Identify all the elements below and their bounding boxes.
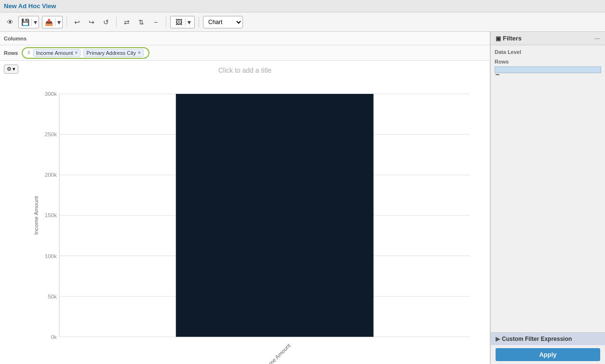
svg-text:50k: 50k [48,294,57,299]
eye-icon[interactable]: 👁 [4,16,16,28]
data-level-label: Data Level [495,49,601,55]
custom-filter-header[interactable]: ▶ Custom Filter Expression [496,336,600,342]
save-icon[interactable]: 💾 [19,16,31,28]
page-title: New Ad Hoc View [4,2,56,10]
rows-container: Rows # Income Amount × Primary Address C… [0,45,490,61]
rows-filter-bar[interactable] [495,66,601,73]
view-select[interactable]: Chart Table Crosstab [203,16,243,28]
svg-text:150k: 150k [45,213,57,219]
svg-text:Income Amount: Income Amount [33,195,39,234]
svg-text:300k: 300k [45,91,57,97]
columns-label: Columns [4,36,27,41]
expand-icon: ▶ [496,336,500,342]
primary-address-close[interactable]: × [138,50,141,55]
filters-content: Data Level Rows [491,45,605,193]
filters-title: ▣ Filters [496,35,522,42]
filter-icon: ▣ [496,35,501,42]
gear-dropdown-icon: ▾ [13,66,15,72]
columns-row: Columns [0,32,490,45]
image-icon[interactable]: 🖼 [173,16,185,28]
chart-title-text: Click to add a title [218,66,272,74]
rows-filter-label: Rows [495,59,601,65]
minimize-icon[interactable]: — [594,35,600,42]
export-dropdown-icon[interactable]: ▾ [55,16,62,28]
export-icon[interactable]: 📤 [42,16,55,28]
income-amount-tag[interactable]: Income Amount × [33,49,81,57]
main-layout: Columns Rows # Income Amount × Primary A… [0,32,605,364]
spacer [491,193,605,332]
redo-icon[interactable]: ↪ [85,16,98,28]
switch-icon[interactable]: ⇄ [121,16,133,28]
svg-text:Income Amount: Income Amount [260,342,292,364]
apply-button[interactable]: Apply [496,348,600,361]
divider-3 [166,17,166,27]
toolbar: 👁 💾 ▾ 📤 ▾ ↩ ↪ ↺ ⇄ ⇅ − 🖼 ▾ Chart Table Cr… [0,13,605,32]
filters-header: ▣ Filters — [491,32,605,45]
chart-area: Columns Rows # Income Amount × Primary A… [0,32,490,364]
save-dropdown-icon[interactable]: ▾ [32,16,39,28]
title-bar: New Ad Hoc View [0,0,605,13]
custom-filter-label: Custom Filter Expression [502,336,572,342]
primary-address-label: Primary Address City [86,50,136,56]
sort-icon[interactable]: ⇅ [135,16,148,28]
gear-button[interactable]: ⚙ ▾ [4,65,18,74]
chart-title[interactable]: Click to add a title [0,65,490,78]
divider-4 [199,17,199,27]
minus-icon[interactable]: − [149,16,162,28]
undo-icon[interactable]: ↩ [71,16,83,28]
right-panel: ▣ Filters — Data Level Rows ▶ Custom Fil… [490,32,605,364]
chart-bar [176,94,374,337]
custom-filter-section: ▶ Custom Filter Expression [491,332,605,345]
income-amount-close[interactable]: × [75,50,78,55]
rows-filter-section: Rows [495,59,601,75]
rows-label: Rows [4,50,18,56]
primary-address-tag[interactable]: Primary Address City × [83,49,144,57]
svg-text:100k: 100k [45,253,57,259]
income-amount-label: Income Amount [36,50,73,56]
hash-symbol: # [27,50,30,55]
chart-content: ⚙ ▾ Click to add a title 300k 250k 200k [0,61,490,364]
svg-text:0k: 0k [51,334,57,340]
divider-2 [116,17,117,27]
gear-icon: ⚙ [7,66,12,72]
divider-1 [67,17,67,27]
chart-tools: ⚙ ▾ [4,65,18,74]
svg-text:200k: 200k [45,172,57,178]
svg-text:250k: 250k [45,131,57,137]
rows-oval: # Income Amount × Primary Address City × [22,47,149,59]
image-dropdown-icon[interactable]: ▾ [186,16,192,28]
refresh-icon[interactable]: ↺ [100,16,112,28]
rows-filter-handle [496,74,499,75]
chart-svg-wrapper: 300k 250k 200k 150k 100k 50k 0k [0,78,490,364]
filters-title-text: Filters [503,35,522,42]
chart-svg: 300k 250k 200k 150k 100k 50k 0k [29,78,485,364]
